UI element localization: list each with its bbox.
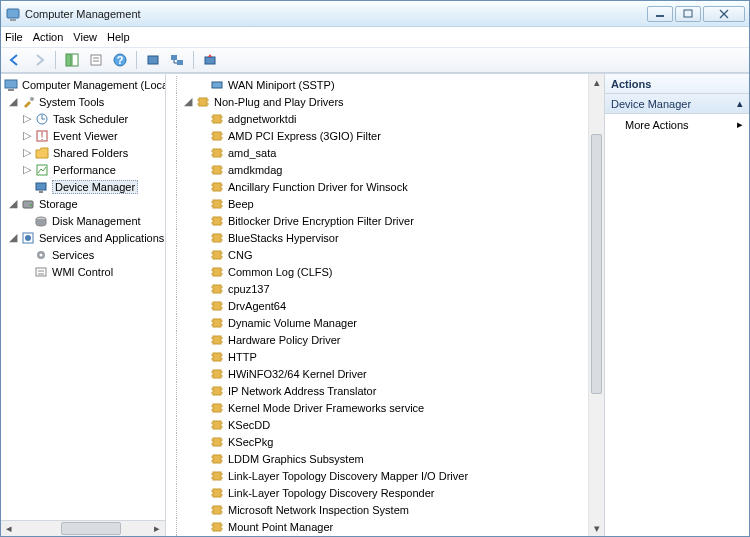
tree-shared-folders[interactable]: ▷ Shared Folders xyxy=(3,144,163,161)
tree-wmi-control[interactable]: WMI Control xyxy=(3,263,163,280)
svg-rect-19 xyxy=(5,80,17,88)
maximize-button[interactable] xyxy=(675,6,701,22)
scan-hardware-button[interactable] xyxy=(200,50,220,70)
collapse-icon[interactable]: ◢ xyxy=(7,96,18,107)
forward-button[interactable] xyxy=(29,50,49,70)
device-item[interactable]: Kernel Mode Driver Frameworks service xyxy=(176,399,588,416)
driver-chip-icon xyxy=(209,213,225,229)
tree-performance[interactable]: ▷ Performance xyxy=(3,161,163,178)
tree-task-scheduler[interactable]: ▷ Task Scheduler xyxy=(3,110,163,127)
actions-pane: Actions Device Manager ▴ More Actions ▸ xyxy=(604,74,749,536)
device-item[interactable]: Beep xyxy=(176,195,588,212)
scroll-up-icon[interactable]: ▴ xyxy=(589,74,604,90)
device-tree[interactable]: WAN Miniport (SSTP)◢Non-Plug and Play Dr… xyxy=(166,74,588,536)
tree-event-viewer[interactable]: ▷ ! Event Viewer xyxy=(3,127,163,144)
menu-help[interactable]: Help xyxy=(107,31,130,43)
tree-storage[interactable]: ◢ Storage xyxy=(3,195,163,212)
expand-icon[interactable]: ▷ xyxy=(21,130,32,141)
menu-file[interactable]: File xyxy=(5,31,23,43)
device-item[interactable]: Link-Layer Topology Discovery Mapper I/O… xyxy=(176,467,588,484)
device-item[interactable]: Bitlocker Drive Encryption Filter Driver xyxy=(176,212,588,229)
console-tree[interactable]: Computer Management (Local) ◢ System Too… xyxy=(1,74,165,520)
driver-chip-icon xyxy=(209,332,225,348)
view-devices-by-connection-button[interactable] xyxy=(167,50,187,70)
actions-more[interactable]: More Actions ▸ xyxy=(605,114,749,135)
driver-chip-icon xyxy=(209,315,225,331)
scroll-left-icon[interactable]: ◂ xyxy=(1,522,17,536)
device-item[interactable]: AMD PCI Express (3GIO) Filter xyxy=(176,127,588,144)
tools-icon xyxy=(20,94,36,110)
device-item[interactable]: WAN Miniport (SSTP) xyxy=(176,76,588,93)
expand-icon[interactable]: ▷ xyxy=(21,164,32,175)
device-item[interactable]: cpuz137 xyxy=(176,280,588,297)
device-label: cpuz137 xyxy=(228,283,270,295)
device-item[interactable]: Mount Point Manager xyxy=(176,518,588,535)
close-button[interactable] xyxy=(703,6,745,22)
scrollbar-thumb[interactable] xyxy=(591,134,602,394)
svg-rect-86 xyxy=(213,251,221,259)
tree-device-manager[interactable]: Device Manager xyxy=(3,178,163,195)
device-label: HWiNFO32/64 Kernel Driver xyxy=(228,368,367,380)
vertical-scrollbar[interactable]: ▴ ▾ xyxy=(588,74,604,536)
device-item[interactable]: Hardware Policy Driver xyxy=(176,331,588,348)
scroll-down-icon[interactable]: ▾ xyxy=(589,520,604,536)
device-item[interactable]: adgnetworktdi xyxy=(176,110,588,127)
show-hide-tree-button[interactable] xyxy=(62,50,82,70)
device-label: adgnetworktdi xyxy=(228,113,297,125)
driver-chip-icon xyxy=(209,196,225,212)
device-item[interactable]: LDDM Graphics Subsystem xyxy=(176,450,588,467)
device-item[interactable]: HTTP xyxy=(176,348,588,365)
expand-icon[interactable]: ▷ xyxy=(21,113,32,124)
device-item[interactable]: Common Log (CLFS) xyxy=(176,263,588,280)
performance-icon xyxy=(34,162,50,178)
collapse-icon[interactable]: ◢ xyxy=(7,198,18,209)
view-devices-by-type-button[interactable] xyxy=(143,50,163,70)
menu-view[interactable]: View xyxy=(73,31,97,43)
device-item[interactable]: Dynamic Volume Manager xyxy=(176,314,588,331)
device-item[interactable]: KSecPkg xyxy=(176,433,588,450)
device-item[interactable]: CNG xyxy=(176,246,588,263)
scrollbar-thumb[interactable] xyxy=(61,522,121,535)
clock-icon xyxy=(34,111,50,127)
storage-icon xyxy=(20,196,36,212)
device-item[interactable]: Microsoft Network Inspection System xyxy=(176,501,588,518)
menu-action[interactable]: Action xyxy=(33,31,64,43)
properties-button[interactable] xyxy=(86,50,106,70)
device-item[interactable]: amdkmdag xyxy=(176,161,588,178)
svg-rect-156 xyxy=(213,489,221,497)
back-button[interactable] xyxy=(5,50,25,70)
svg-rect-15 xyxy=(177,60,183,65)
tree-label: Task Scheduler xyxy=(53,113,128,125)
device-label: LDDM Graphics Subsystem xyxy=(228,453,364,465)
actions-context[interactable]: Device Manager ▴ xyxy=(605,94,749,114)
device-item[interactable]: IP Network Address Translator xyxy=(176,382,588,399)
actions-header: Actions xyxy=(605,74,749,94)
device-item[interactable]: BlueStacks Hypervisor xyxy=(176,229,588,246)
collapse-icon[interactable]: ◢ xyxy=(7,232,18,243)
device-label: Link-Layer Topology Discovery Mapper I/O… xyxy=(228,470,468,482)
device-item[interactable]: DrvAgent64 xyxy=(176,297,588,314)
device-item[interactable]: msisadrv xyxy=(176,535,588,536)
horizontal-scrollbar[interactable]: ◂ ▸ xyxy=(1,520,165,536)
minimize-button[interactable] xyxy=(647,6,673,22)
device-item[interactable]: Link-Layer Topology Discovery Responder xyxy=(176,484,588,501)
expand-icon[interactable]: ▷ xyxy=(21,147,32,158)
device-item[interactable]: Ancillary Function Driver for Winsock xyxy=(176,178,588,195)
tree-root[interactable]: Computer Management (Local) xyxy=(3,76,163,93)
device-label: Bitlocker Drive Encryption Filter Driver xyxy=(228,215,414,227)
tree-disk-management[interactable]: Disk Management xyxy=(3,212,163,229)
scroll-right-icon[interactable]: ▸ xyxy=(149,522,165,536)
driver-chip-icon xyxy=(209,349,225,365)
svg-rect-28 xyxy=(36,183,46,190)
device-item[interactable]: HWiNFO32/64 Kernel Driver xyxy=(176,365,588,382)
tree-services-apps[interactable]: ◢ Services and Applications xyxy=(3,229,163,246)
tree-system-tools[interactable]: ◢ System Tools xyxy=(3,93,163,110)
device-item[interactable]: amd_sata xyxy=(176,144,588,161)
device-category[interactable]: ◢Non-Plug and Play Drivers xyxy=(176,93,588,110)
tree-services[interactable]: Services xyxy=(3,246,163,263)
device-item[interactable]: KSecDD xyxy=(176,416,588,433)
svg-rect-126 xyxy=(213,387,221,395)
help-button[interactable]: ? xyxy=(110,50,130,70)
svg-rect-51 xyxy=(213,132,221,140)
collapse-icon[interactable]: ◢ xyxy=(182,96,193,107)
